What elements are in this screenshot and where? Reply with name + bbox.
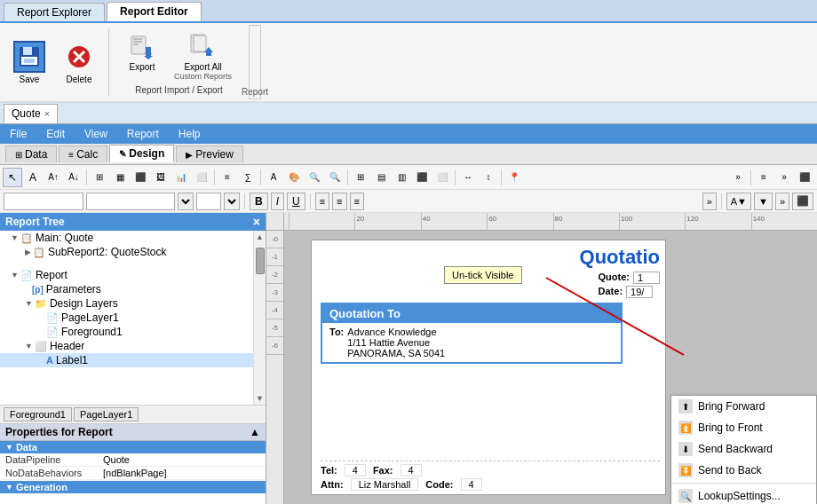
save-button[interactable]: Save bbox=[5, 25, 53, 99]
tree-item-design-layers[interactable]: ▼ 📁 Design Layers bbox=[0, 296, 253, 311]
ctx-send-back-icon: ⏬ bbox=[678, 463, 693, 477]
ctx-lookup-settings[interactable]: 🔍 LookupSettings... bbox=[671, 485, 816, 504]
align-center[interactable]: ≡ bbox=[332, 193, 346, 210]
tool-20[interactable]: ⬛ bbox=[412, 168, 432, 187]
tab-report-explorer[interactable]: Report Explorer bbox=[4, 3, 105, 21]
style-input[interactable] bbox=[4, 193, 83, 210]
menu-file[interactable]: File bbox=[7, 127, 29, 141]
tool-14[interactable]: 🎨 bbox=[284, 168, 304, 187]
breadcrumb-foreground1[interactable]: Foreground1 bbox=[4, 407, 72, 421]
underline-button[interactable]: U bbox=[287, 193, 305, 210]
tree-item-main-quote[interactable]: ▼ 📋 Main: Quote bbox=[0, 231, 253, 245]
expand-arrow-0: ▼ bbox=[11, 233, 19, 242]
delete-icon bbox=[63, 41, 95, 73]
cursor-tool[interactable]: ↖ bbox=[3, 168, 22, 187]
tree-item-subreport[interactable]: ▶ 📋 SubReport2: QuoteStock bbox=[0, 245, 253, 259]
tool-13[interactable]: A bbox=[264, 168, 283, 187]
tool-21[interactable]: ⬜ bbox=[432, 168, 452, 187]
tool-19[interactable]: ▥ bbox=[392, 168, 411, 187]
ruler-horizontal: 20 40 60 80 100 120 140 bbox=[284, 213, 817, 230]
tool-24[interactable]: 📍 bbox=[504, 168, 524, 187]
section-generation: ▼ Generation bbox=[0, 481, 266, 493]
extra-btn[interactable]: ⬛ bbox=[792, 193, 813, 210]
tool-4[interactable]: A↓ bbox=[64, 168, 83, 187]
tool-7[interactable]: ⬛ bbox=[131, 168, 150, 187]
menu-edit[interactable]: Edit bbox=[44, 127, 67, 141]
tool-18[interactable]: ▤ bbox=[371, 168, 391, 187]
align-right[interactable]: ≡ bbox=[350, 193, 364, 210]
font-input[interactable]: Tahoma bbox=[86, 193, 175, 210]
tab-report-editor[interactable]: Report Editor bbox=[107, 2, 202, 21]
ctx-bring-forward[interactable]: ⬆ Bring Forward bbox=[671, 396, 816, 417]
tool-5[interactable]: ⊞ bbox=[90, 168, 109, 187]
tab-preview[interactable]: ▶ Preview bbox=[176, 146, 243, 162]
tree-close[interactable]: × bbox=[253, 215, 260, 229]
align-left[interactable]: ≡ bbox=[315, 193, 329, 210]
tool-extra2[interactable]: » bbox=[774, 168, 794, 187]
folder-icon-1: 📋 bbox=[33, 247, 45, 258]
delete-button[interactable]: Delete bbox=[55, 25, 103, 99]
preview-icon: ▶ bbox=[186, 150, 193, 160]
tool-12[interactable]: ∑ bbox=[238, 168, 258, 187]
tree-scroll-up[interactable]: ▲ bbox=[255, 231, 266, 243]
props-expand[interactable]: ▲ bbox=[250, 426, 260, 438]
tool-9[interactable]: 📊 bbox=[171, 168, 191, 187]
quotation-title: Quotatio bbox=[580, 246, 660, 269]
expand-format[interactable]: » bbox=[702, 193, 717, 210]
menu-help[interactable]: Help bbox=[176, 127, 203, 141]
tree-item-label1[interactable]: A Label1 bbox=[0, 353, 253, 367]
tree-item-pagelayer1[interactable]: 📄 PageLayer1 bbox=[0, 311, 253, 325]
menu-view[interactable]: View bbox=[82, 127, 110, 141]
tool-extra3[interactable]: ⬛ bbox=[795, 168, 814, 187]
tab-design[interactable]: ✎ Design bbox=[109, 145, 174, 162]
tool-8[interactable]: 🖼 bbox=[151, 168, 171, 187]
ctx-bring-to-front[interactable]: ⏫ Bring to Front bbox=[671, 417, 816, 438]
tab-calc[interactable]: ≡ Calc bbox=[59, 146, 107, 162]
tool-23[interactable]: ↕ bbox=[479, 168, 498, 187]
tool-22[interactable]: ↔ bbox=[458, 168, 478, 187]
font-size-input[interactable]: 8 bbox=[196, 193, 221, 210]
tool-6[interactable]: ▦ bbox=[110, 168, 130, 187]
menu-report[interactable]: Report bbox=[124, 127, 162, 141]
ctx-send-backward[interactable]: ⬇ Send Backward bbox=[671, 438, 816, 460]
ctx-send-to-back[interactable]: ⏬ Send to Back bbox=[671, 460, 816, 481]
tree-title: Report Tree bbox=[5, 216, 65, 228]
quotation-to-box: Quotation To To: Advance Knowledge 1/11 … bbox=[321, 303, 623, 364]
canvas-area: Quotatio Quote: 1 Date: 19/ bbox=[284, 231, 817, 504]
expand-arrow-2: ▼ bbox=[11, 271, 19, 280]
tree-scroll-down[interactable]: ▼ bbox=[255, 392, 266, 405]
export-all-button[interactable]: Export All Custom Reports bbox=[168, 27, 238, 83]
tree-item-parameters[interactable]: [p] Parameters bbox=[0, 282, 253, 296]
font-select[interactable]: ▼ bbox=[178, 193, 194, 210]
export-button[interactable]: Export bbox=[120, 27, 164, 83]
section-data-arrow[interactable]: ▼ bbox=[5, 443, 13, 452]
doc-tab-quote[interactable]: Quote × bbox=[4, 104, 58, 123]
bold-button[interactable]: B bbox=[250, 193, 268, 210]
tool-16[interactable]: 🔍 bbox=[325, 168, 345, 187]
expand-icon[interactable]: » bbox=[728, 168, 748, 187]
data-icon: ⊞ bbox=[15, 150, 22, 160]
svg-rect-12 bbox=[146, 51, 151, 56]
italic-button[interactable]: I bbox=[271, 193, 284, 210]
tree-item-foreground1[interactable]: 📄 Foreground1 bbox=[0, 325, 253, 339]
tool-15[interactable]: 🔍 bbox=[305, 168, 324, 187]
tab-data[interactable]: ⊞ Data bbox=[5, 146, 57, 162]
tree-item-report[interactable]: ▼ 📄 Report bbox=[0, 268, 253, 282]
doc-tab-close[interactable]: × bbox=[44, 108, 50, 119]
tool-17[interactable]: ⊞ bbox=[351, 168, 370, 187]
color-btn2[interactable]: ▼ bbox=[754, 193, 773, 210]
size-select[interactable]: ▼ bbox=[224, 193, 240, 210]
more-btn[interactable]: » bbox=[775, 193, 789, 210]
tool-extra1[interactable]: ≡ bbox=[754, 168, 773, 187]
properties-title: Properties for Report bbox=[5, 426, 113, 438]
tool-10[interactable]: ⬜ bbox=[192, 168, 211, 187]
text-tool[interactable]: A bbox=[23, 168, 43, 187]
section-gen-arrow[interactable]: ▼ bbox=[5, 483, 13, 492]
tool-3[interactable]: A↑ bbox=[44, 168, 63, 187]
tree-scroll-thumb[interactable] bbox=[256, 248, 265, 274]
design-icon: ✎ bbox=[119, 149, 126, 159]
breadcrumb-pagelayer1[interactable]: PageLayer1 bbox=[74, 407, 139, 421]
color-btn1[interactable]: A▼ bbox=[726, 193, 751, 210]
tool-11[interactable]: ≡ bbox=[218, 168, 237, 187]
tree-item-header[interactable]: ▼ ⬜ Header bbox=[0, 339, 253, 353]
